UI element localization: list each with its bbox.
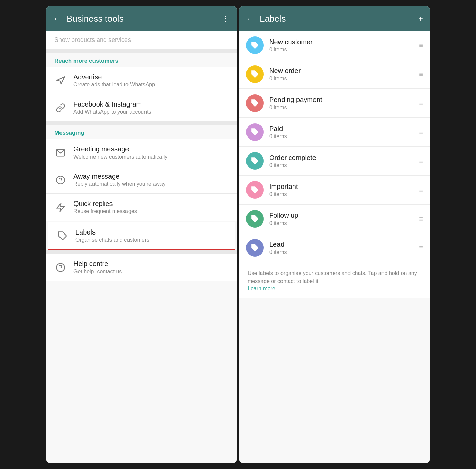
labels-item[interactable]: Labels Organise chats and customers bbox=[48, 222, 235, 250]
label-count-paid: 0 items bbox=[269, 133, 413, 140]
right-panel-title: Labels bbox=[260, 14, 286, 24]
labels-list: New customer 0 items ≡ New order 0 items… bbox=[239, 31, 430, 262]
away-message-item[interactable]: Away message Reply automatically when yo… bbox=[46, 166, 237, 194]
away-message-text: Away message Reply automatically when yo… bbox=[73, 173, 228, 187]
megaphone-icon bbox=[54, 75, 67, 87]
label-item-new-order[interactable]: New order 0 items ≡ bbox=[239, 60, 430, 89]
label-item-pending-payment[interactable]: Pending payment 0 items ≡ bbox=[239, 89, 430, 118]
link-icon bbox=[54, 102, 67, 114]
greeting-message-text: Greeting message Welcome new customers a… bbox=[73, 145, 228, 160]
label-item-important[interactable]: Important 0 items ≡ bbox=[239, 176, 430, 205]
label-item-follow-up[interactable]: Follow up 0 items ≡ bbox=[239, 205, 430, 233]
label-item-lead[interactable]: Lead 0 items ≡ bbox=[239, 233, 430, 262]
label-text-new-customer: New customer 0 items bbox=[269, 38, 413, 53]
drag-handle-order-complete[interactable]: ≡ bbox=[419, 157, 423, 165]
label-name-important: Important bbox=[269, 183, 413, 191]
label-circle-pending-payment bbox=[246, 94, 264, 112]
right-panel: ← Labels + New customer 0 items ≡ New or… bbox=[239, 6, 430, 463]
label-text-paid: Paid 0 items bbox=[269, 125, 413, 140]
help-centre-text: Help centre Get help, contact us bbox=[73, 260, 228, 275]
divider-2 bbox=[46, 122, 237, 125]
help-centre-title: Help centre bbox=[73, 260, 228, 268]
greeting-message-item[interactable]: Greeting message Welcome new customers a… bbox=[46, 139, 237, 166]
label-tag-icon bbox=[251, 157, 259, 165]
help-icon bbox=[54, 261, 67, 274]
away-icon bbox=[54, 174, 67, 186]
drag-handle-new-customer[interactable]: ≡ bbox=[419, 42, 423, 49]
quick-replies-subtitle: Reuse frequent messages bbox=[73, 208, 228, 214]
back-button-left[interactable]: ← bbox=[53, 14, 61, 23]
help-centre-item[interactable]: Help centre Get help, contact us bbox=[46, 254, 237, 281]
label-item-paid[interactable]: Paid 0 items ≡ bbox=[239, 118, 430, 147]
show-products-item: Show products and services bbox=[46, 31, 237, 49]
label-tag-icon bbox=[251, 243, 259, 252]
right-header: ← Labels + bbox=[239, 6, 430, 31]
label-name-pending-payment: Pending payment bbox=[269, 96, 413, 104]
facebook-instagram-text: Facebook & Instagram Add WhatsApp to you… bbox=[73, 100, 228, 115]
back-button-right[interactable]: ← bbox=[246, 14, 254, 23]
label-circle-order-complete bbox=[246, 152, 264, 170]
label-text-order-complete: Order complete 0 items bbox=[269, 154, 413, 168]
help-centre-subtitle: Get help, contact us bbox=[73, 269, 228, 275]
label-circle-new-order bbox=[246, 65, 264, 83]
labels-subtitle: Organise chats and customers bbox=[75, 237, 226, 243]
learn-more-link[interactable]: Learn more bbox=[248, 286, 275, 291]
messaging-section-header: Messaging bbox=[46, 125, 237, 139]
label-tag-icon bbox=[251, 70, 259, 79]
away-message-title: Away message bbox=[73, 173, 228, 180]
drag-handle-new-order[interactable]: ≡ bbox=[419, 70, 423, 78]
facebook-instagram-title: Facebook & Instagram bbox=[73, 100, 228, 108]
divider-3 bbox=[46, 250, 237, 254]
label-item-new-customer[interactable]: New customer 0 items ≡ bbox=[239, 31, 430, 60]
facebook-instagram-subtitle: Add WhatsApp to your accounts bbox=[73, 109, 228, 115]
label-name-order-complete: Order complete bbox=[269, 154, 413, 162]
label-tag-icon bbox=[251, 214, 259, 223]
drag-handle-lead[interactable]: ≡ bbox=[419, 244, 423, 252]
advertise-item[interactable]: Advertise Create ads that lead to WhatsA… bbox=[46, 67, 237, 94]
drag-handle-pending-payment[interactable]: ≡ bbox=[419, 99, 423, 107]
svg-marker-3 bbox=[57, 203, 64, 211]
quick-replies-title: Quick replies bbox=[73, 200, 228, 208]
label-circle-lead bbox=[246, 239, 264, 257]
labels-text: Labels Organise chats and customers bbox=[75, 228, 226, 243]
label-circle-follow-up bbox=[246, 210, 264, 228]
away-message-subtitle: Reply automatically when you're away bbox=[73, 181, 228, 187]
label-name-new-order: New order bbox=[269, 67, 413, 75]
menu-button[interactable]: ⋮ bbox=[222, 14, 230, 23]
left-content: Show products and services Reach more cu… bbox=[46, 31, 237, 463]
left-header: ← Business tools ⋮ bbox=[46, 6, 237, 31]
advertise-title: Advertise bbox=[73, 73, 228, 81]
divider-1 bbox=[46, 49, 237, 53]
label-tag-icon bbox=[251, 185, 259, 194]
label-tag-icon bbox=[251, 99, 259, 108]
label-text-important: Important 0 items bbox=[269, 183, 413, 197]
label-icon bbox=[56, 230, 69, 242]
label-count-pending-payment: 0 items bbox=[269, 104, 413, 111]
advertise-subtitle: Create ads that lead to WhatsApp bbox=[73, 82, 228, 88]
drag-handle-important[interactable]: ≡ bbox=[419, 186, 423, 194]
add-label-button[interactable]: + bbox=[418, 14, 423, 23]
footer-note-text: Use labels to organise your customers an… bbox=[248, 269, 422, 286]
label-text-pending-payment: Pending payment 0 items bbox=[269, 96, 413, 111]
label-name-new-customer: New customer bbox=[269, 38, 413, 46]
labels-title: Labels bbox=[75, 228, 226, 236]
greeting-message-subtitle: Welcome new customers automatically bbox=[73, 154, 228, 160]
label-count-new-customer: 0 items bbox=[269, 47, 413, 53]
reach-section-header: Reach more customers bbox=[46, 53, 237, 67]
label-count-order-complete: 0 items bbox=[269, 162, 413, 168]
drag-handle-follow-up[interactable]: ≡ bbox=[419, 215, 423, 223]
quick-replies-item[interactable]: Quick replies Reuse frequent messages bbox=[46, 194, 237, 221]
label-name-lead: Lead bbox=[269, 241, 413, 248]
advertise-text: Advertise Create ads that lead to WhatsA… bbox=[73, 73, 228, 88]
drag-handle-paid[interactable]: ≡ bbox=[419, 128, 423, 136]
left-panel-title: Business tools bbox=[67, 14, 124, 24]
label-tag-icon bbox=[251, 41, 259, 50]
left-panel: ← Business tools ⋮ Show products and ser… bbox=[46, 6, 237, 463]
label-count-new-order: 0 items bbox=[269, 76, 413, 82]
label-count-lead: 0 items bbox=[269, 249, 413, 255]
label-name-follow-up: Follow up bbox=[269, 212, 413, 220]
label-text-new-order: New order 0 items bbox=[269, 67, 413, 82]
label-name-paid: Paid bbox=[269, 125, 413, 133]
label-item-order-complete[interactable]: Order complete 0 items ≡ bbox=[239, 147, 430, 176]
facebook-instagram-item[interactable]: Facebook & Instagram Add WhatsApp to you… bbox=[46, 94, 237, 122]
